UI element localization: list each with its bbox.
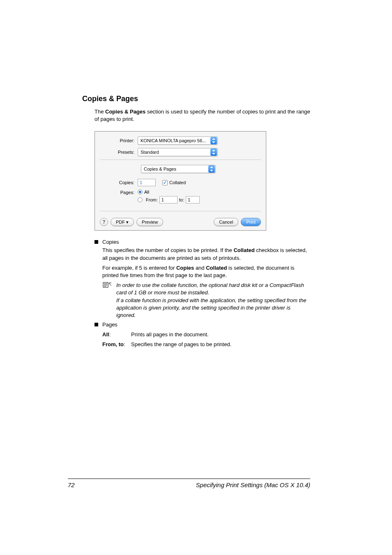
copies-input[interactable]: 1 [138, 179, 156, 186]
presets-value: Standard [138, 150, 210, 155]
pages-bullet-title: Pages [102, 321, 118, 328]
note-line1: In order to use the collate function, th… [116, 282, 310, 296]
note-text: In order to use the collate function, th… [116, 282, 310, 319]
pdf-button[interactable]: PDF ▾ [111, 218, 134, 226]
seg-bold2: Collated [206, 265, 227, 271]
seg2: and [194, 265, 206, 271]
bullet-icon [95, 323, 98, 326]
printer-value: KONICA MINOLTA pagepro 56... [138, 138, 210, 143]
pages-from-radio[interactable] [138, 197, 143, 202]
all-def: Prints all pages in the document. [131, 331, 209, 338]
intro-text: The Copies & Pages section is used to sp… [95, 108, 310, 123]
from-label: From: [146, 197, 158, 202]
printer-select[interactable]: KONICA MINOLTA pagepro 56... [138, 136, 218, 145]
bullet-icon [95, 240, 98, 244]
collated-label: Collated [169, 180, 186, 185]
collated-checkbox[interactable]: ✓ [162, 180, 168, 185]
check-icon: ✓ [163, 180, 167, 185]
from-input[interactable]: 1 [159, 196, 178, 204]
footer-title: Specifying Print Settings (Mac OS X 10.4… [196, 481, 310, 488]
intro-seg: The [95, 109, 105, 115]
all-term: All: [102, 331, 131, 338]
printer-label: Printer: [100, 138, 138, 143]
divider2 [100, 211, 261, 211]
fromto-def: Specifies the range of pages to be print… [131, 341, 231, 348]
presets-select[interactable]: Standard [138, 148, 218, 156]
panel-arrow-icon [208, 165, 215, 173]
panel-select[interactable]: Copies & Pages [141, 165, 216, 173]
fromto-term: From, to: [102, 341, 131, 348]
seg-bold: Collated [233, 247, 254, 253]
copies-example: For example, if 5 is entered for Copies … [102, 264, 310, 279]
seg-bold: Copies [176, 265, 194, 271]
note-icon [102, 282, 112, 289]
presets-label: Presets: [100, 150, 138, 155]
seg: For example, if 5 is entered for [102, 265, 176, 271]
print-button[interactable]: Print [241, 218, 261, 226]
seg: This specifies the number of copies to b… [102, 247, 233, 253]
pages-all-radio[interactable] [138, 190, 143, 194]
page-number: 72 [68, 481, 75, 488]
pages-label: Pages: [100, 190, 138, 204]
copies-desc: This specifies the number of copies to b… [102, 247, 310, 261]
copies-label: Copies: [100, 180, 138, 185]
panel-value: Copies & Pages [141, 166, 208, 171]
note-line2: If a collate function is provided with t… [116, 297, 310, 319]
help-button[interactable]: ? [100, 218, 108, 226]
to-input[interactable]: 1 [186, 196, 200, 204]
print-dialog-screenshot: Printer: KONICA MINOLTA pagepro 56... Pr… [95, 131, 310, 231]
page-footer: 72 Specifying Print Settings (Mac OS X 1… [68, 479, 310, 488]
copies-bullet-title: Copies [102, 239, 119, 245]
preview-button[interactable]: Preview [136, 218, 163, 226]
divider [100, 160, 261, 160]
to-label: to: [179, 197, 184, 202]
intro-bold: Copies & Pages [105, 109, 145, 115]
pages-all-label: All [144, 190, 149, 194]
presets-arrow-icon [210, 148, 217, 156]
cancel-button[interactable]: Cancel [214, 218, 238, 226]
section-heading: Copies & Pages [82, 95, 310, 103]
printer-arrow-icon [210, 137, 217, 144]
